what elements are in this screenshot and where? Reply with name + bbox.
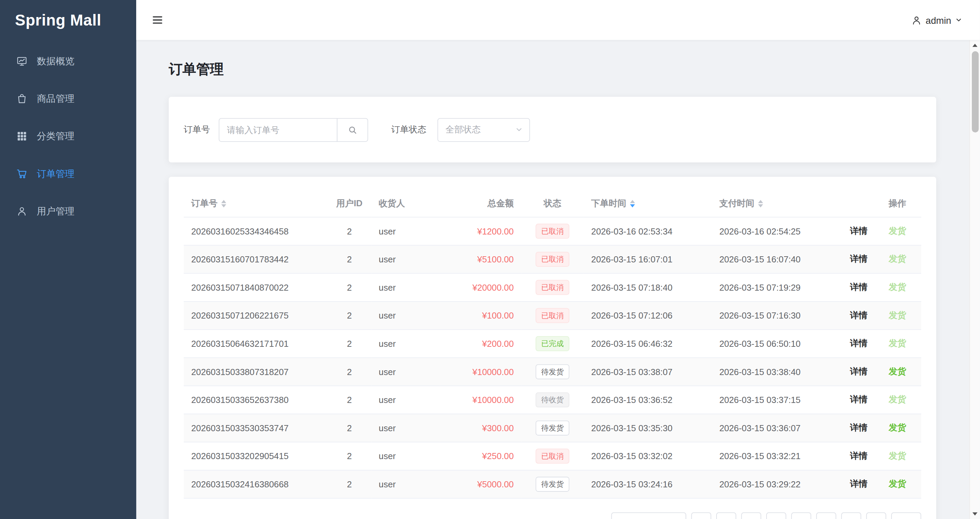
detail-link[interactable]: 详情	[850, 394, 867, 404]
vertical-scrollbar[interactable]	[969, 40, 980, 519]
ship-link[interactable]: 发货	[889, 366, 906, 376]
cell-order-no: 20260315071206221675	[184, 301, 328, 329]
cell-paid-time: 2026-03-15 03:32:21	[712, 442, 840, 470]
cell-amount: ¥5100.00	[440, 245, 522, 273]
detail-link[interactable]: 详情	[850, 338, 867, 348]
sidebar-item-label: 数据概览	[37, 55, 74, 67]
detail-link[interactable]: 详情	[850, 281, 867, 291]
status-badge: 已取消	[535, 308, 569, 323]
sort-icon	[758, 200, 763, 208]
search-button[interactable]	[337, 118, 368, 141]
status-badge: 已取消	[535, 251, 569, 267]
cell-order-no: 20260316025334346458	[184, 217, 328, 245]
cell-receiver: user	[371, 301, 440, 329]
scroll-up-arrow-icon[interactable]	[970, 40, 980, 51]
order-table: 订单号 用户ID 收货人 总金额 状态 下单时间 支付时间 操作 2026031…	[184, 190, 921, 498]
cell-status: 已取消	[521, 217, 584, 245]
order-no-input[interactable]	[219, 118, 338, 141]
cell-user-id: 2	[328, 414, 371, 442]
sidebar-item-goods[interactable]: 商品管理	[0, 80, 136, 117]
col-header-paid-time[interactable]: 支付时间	[712, 190, 840, 217]
table-row: 20260315071840870022 2 user ¥20000.00 已取…	[184, 273, 921, 301]
cell-order-no: 20260315032416380668	[184, 470, 328, 498]
pager-page-button[interactable]	[741, 512, 761, 519]
cell-paid-time: 2026-03-15 03:37:15	[712, 386, 840, 414]
sidebar-item-orders[interactable]: 订单管理	[0, 155, 136, 192]
detail-link[interactable]: 详情	[850, 450, 867, 460]
page-size-select[interactable]	[611, 512, 686, 519]
cell-user-id: 2	[328, 442, 371, 470]
order-table-body: 20260316025334346458 2 user ¥1200.00 已取消…	[184, 217, 921, 498]
cell-user-id: 2	[328, 470, 371, 498]
cell-created-time: 2026-03-15 03:36:52	[584, 386, 712, 414]
pager-page-button[interactable]	[816, 512, 836, 519]
detail-link[interactable]: 详情	[850, 422, 867, 432]
pager-prev-button[interactable]	[691, 512, 711, 519]
status-badge: 已取消	[535, 448, 569, 463]
cell-order-no: 20260315071840870022	[184, 273, 328, 301]
cell-created-time: 2026-03-15 07:18:40	[584, 273, 712, 301]
col-header-order-no[interactable]: 订单号	[184, 190, 328, 217]
cell-order-no: 20260315064632171701	[184, 329, 328, 358]
scroll-down-arrow-icon[interactable]	[970, 509, 980, 519]
sidebar-item-users[interactable]: 用户管理	[0, 192, 136, 230]
cell-paid-time: 2026-03-15 07:16:30	[712, 301, 840, 329]
ship-link[interactable]: 发货	[889, 253, 906, 263]
ship-link[interactable]: 发货	[889, 394, 906, 404]
pager-next-button[interactable]	[866, 512, 886, 519]
pager-page-button[interactable]	[766, 512, 786, 519]
col-header-actions: 操作	[840, 190, 921, 217]
ship-link[interactable]: 发货	[889, 310, 906, 319]
ship-link[interactable]: 发货	[889, 422, 906, 432]
menu-fold-button[interactable]	[151, 14, 164, 26]
cell-user-id: 2	[328, 217, 371, 245]
page-jumper-input[interactable]	[891, 512, 921, 519]
table-row: 20260315033530353747 2 user ¥300.00 待发货 …	[184, 414, 921, 442]
ship-link[interactable]: 发货	[889, 225, 906, 235]
cell-paid-time: 2026-03-15 16:07:40	[712, 245, 840, 273]
pager-page-button[interactable]	[716, 512, 736, 519]
sort-icon	[630, 200, 635, 208]
detail-link[interactable]: 详情	[850, 478, 867, 488]
ship-link[interactable]: 发货	[889, 478, 906, 488]
cell-order-no: 20260315033652637380	[184, 386, 328, 414]
sidebar-item-categories[interactable]: 分类管理	[0, 117, 136, 155]
cell-paid-time: 2026-03-15 03:36:07	[712, 414, 840, 442]
pager-page-button[interactable]	[791, 512, 811, 519]
ship-link[interactable]: 发货	[889, 281, 906, 291]
detail-link[interactable]: 详情	[850, 253, 867, 263]
table-row: 20260315033807318207 2 user ¥10000.00 待发…	[184, 357, 921, 386]
user-menu[interactable]: admin	[911, 14, 962, 25]
col-header-created-time[interactable]: 下单时间	[584, 190, 712, 217]
table-row: 20260315064632171701 2 user ¥200.00 已完成 …	[184, 329, 921, 358]
sidebar-item-data-overview[interactable]: 数据概览	[0, 43, 136, 80]
content-area: 订单管理 订单号 订单状态 全部状态	[136, 40, 969, 519]
table-row: 20260315160701783442 2 user ¥5100.00 已取消…	[184, 245, 921, 273]
cell-receiver: user	[371, 273, 440, 301]
scrollbar-thumb[interactable]	[972, 51, 978, 133]
status-select[interactable]: 全部状态	[438, 118, 530, 141]
cell-actions: 详情发货	[840, 470, 921, 498]
cell-receiver: user	[371, 245, 440, 273]
status-badge: 已取消	[535, 280, 569, 295]
user-avatar-icon	[911, 14, 922, 25]
cell-paid-time: 2026-03-15 06:50:10	[712, 329, 840, 358]
ship-link[interactable]: 发货	[889, 450, 906, 460]
status-badge: 待发货	[535, 420, 569, 435]
table-row: 20260315071206221675 2 user ¥100.00 已取消 …	[184, 301, 921, 329]
cell-created-time: 2026-03-15 06:46:32	[584, 329, 712, 358]
table-row: 20260315033652637380 2 user ¥10000.00 待收…	[184, 386, 921, 414]
ship-link[interactable]: 发货	[889, 338, 906, 348]
detail-link[interactable]: 详情	[850, 225, 867, 235]
cell-user-id: 2	[328, 301, 371, 329]
pager-page-button[interactable]	[841, 512, 861, 519]
detail-link[interactable]: 详情	[850, 310, 867, 319]
col-header-receiver: 收货人	[371, 190, 440, 217]
sidebar-item-label: 订单管理	[37, 168, 74, 180]
cell-status: 待收货	[521, 386, 584, 414]
detail-link[interactable]: 详情	[850, 366, 867, 376]
status-badge: 待收货	[535, 392, 569, 407]
cell-paid-time: 2026-03-16 02:54:25	[712, 217, 840, 245]
cell-order-no: 20260315033530353747	[184, 414, 328, 442]
cell-amount: ¥100.00	[440, 301, 522, 329]
